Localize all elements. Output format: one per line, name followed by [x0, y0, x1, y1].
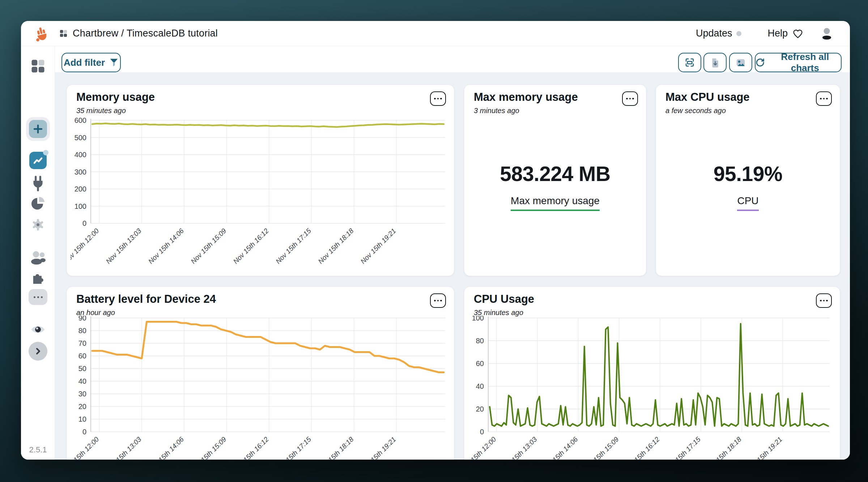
chart-card-max-cpu: Max CPU usage a few seconds ago 95.19% C…: [656, 85, 840, 276]
svg-text:500: 500: [75, 134, 86, 142]
filter-funnel-icon: [109, 58, 119, 67]
svg-text:Nov 15th 18:18: Nov 15th 18:18: [705, 435, 743, 460]
kpi-label: CPU: [737, 195, 758, 211]
grid-icon: [59, 29, 68, 38]
help-link[interactable]: Help: [767, 28, 804, 39]
chart-updated: 35 minutes ago: [76, 107, 126, 115]
grid-dashboard-icon: [30, 59, 46, 74]
sidebar-item-create-chart[interactable]: [21, 117, 55, 141]
memory-usage-chart: Nov 15th 12:00Nov 15th 13:03Nov 15th 14:…: [71, 117, 450, 277]
sidebar-item-reports[interactable]: [21, 196, 55, 212]
chart-menu-button[interactable]: [430, 91, 446, 106]
export-image-button[interactable]: [729, 53, 752, 72]
svg-text:600: 600: [75, 117, 86, 124]
cpu-usage-chart: Nov 15th 12:00Nov 15th 13:03Nov 15th 14:…: [468, 316, 835, 460]
chart-card-battery: Battery level for Device 24 an hour ago …: [67, 287, 454, 460]
heart-icon: [792, 28, 804, 39]
chart-card-cpu: CPU Usage 35 minutes ago Nov 15th 12:00N…: [464, 287, 840, 460]
svg-text:Nov 15th 19:21: Nov 15th 19:21: [745, 435, 784, 460]
svg-text:Nov 15th 13:03: Nov 15th 13:03: [105, 227, 143, 265]
sidebar-item-chart-active[interactable]: [21, 152, 55, 169]
svg-text:Nov 15th 15:09: Nov 15th 15:09: [189, 435, 227, 460]
updates-label: Updates: [696, 28, 732, 39]
svg-text:70: 70: [78, 339, 86, 347]
svg-text:10: 10: [78, 415, 86, 423]
svg-text:90: 90: [78, 316, 86, 322]
svg-text:Nov 15th 15:09: Nov 15th 15:09: [189, 227, 227, 265]
chart-title: Max memory usage: [474, 91, 578, 104]
file-download-icon: [710, 57, 720, 68]
svg-text:100: 100: [472, 316, 484, 322]
sidebar-item-team[interactable]: [21, 249, 55, 265]
svg-text:60: 60: [476, 360, 484, 367]
kpi-label: Max memory usage: [511, 195, 600, 211]
left-sidebar: 2.5.1: [21, 46, 55, 460]
add-filter-button[interactable]: Add filter: [61, 53, 121, 72]
svg-text:60: 60: [78, 352, 86, 360]
sidebar-item-more[interactable]: [21, 289, 55, 305]
svg-text:100: 100: [75, 202, 86, 210]
refresh-icon: [756, 57, 765, 68]
app-window: Chartbrew / TimescaleDB tutorial Updates…: [21, 21, 850, 460]
svg-text:Nov 15th 19:21: Nov 15th 19:21: [359, 227, 397, 265]
sidebar-item-dashboards[interactable]: [21, 59, 55, 74]
download-report-button[interactable]: [703, 53, 727, 72]
updates-dot-badge: [736, 31, 741, 36]
svg-text:0: 0: [480, 428, 484, 436]
svg-text:Nov 15th 17:15: Nov 15th 17:15: [274, 435, 312, 460]
svg-text:200: 200: [75, 185, 86, 193]
chevron-right-icon: [34, 347, 42, 356]
sidebar-item-visibility[interactable]: [21, 322, 55, 337]
svg-text:Nov 15th 12:00: Nov 15th 12:00: [71, 435, 101, 460]
puzzle-icon: [30, 270, 46, 285]
breadcrumb[interactable]: Chartbrew / TimescaleDB tutorial: [59, 28, 218, 39]
sidebar-collapse-button[interactable]: [21, 342, 55, 361]
svg-text:400: 400: [75, 151, 86, 159]
sidebar-item-connections[interactable]: [21, 176, 55, 191]
svg-text:0: 0: [82, 219, 86, 227]
updates-link[interactable]: Updates: [696, 28, 742, 39]
print-button[interactable]: [678, 53, 701, 72]
svg-text:Nov 15th 16:12: Nov 15th 16:12: [232, 227, 270, 265]
line-chart-icon: [32, 154, 44, 167]
help-label: Help: [767, 28, 788, 39]
svg-text:Nov 15th 19:21: Nov 15th 19:21: [359, 435, 397, 460]
svg-text:20: 20: [476, 405, 484, 413]
user-avatar[interactable]: [820, 26, 834, 41]
app-version: 2.5.1: [21, 445, 55, 455]
svg-text:Nov 15th 14:06: Nov 15th 14:06: [541, 435, 579, 460]
top-header: Chartbrew / TimescaleDB tutorial Updates…: [21, 21, 850, 46]
chart-card-memory: Memory usage 35 minutes ago Nov 15th 12:…: [67, 85, 454, 276]
kpi-value: 583.224 MB: [500, 162, 610, 186]
svg-text:Nov 15th 18:18: Nov 15th 18:18: [317, 435, 355, 460]
plug-icon: [30, 176, 46, 191]
chart-title: Battery level for Device 24: [76, 293, 216, 306]
chart-menu-button[interactable]: [816, 293, 832, 308]
sidebar-item-settings[interactable]: [21, 217, 55, 233]
svg-text:Nov 15th 13:03: Nov 15th 13:03: [105, 435, 143, 460]
svg-text:Nov 15th 17:15: Nov 15th 17:15: [274, 227, 312, 265]
refresh-all-charts-button[interactable]: Refresh all charts: [755, 53, 842, 72]
pie-chart-icon: [30, 196, 46, 212]
svg-text:30: 30: [78, 390, 86, 398]
chart-title: CPU Usage: [474, 293, 534, 306]
svg-text:300: 300: [75, 168, 86, 176]
chart-menu-button[interactable]: [430, 293, 446, 308]
svg-text:Nov 15th 14:06: Nov 15th 14:06: [147, 227, 185, 265]
image-icon: [735, 57, 746, 68]
notification-dot: [43, 150, 48, 155]
eye-icon: [30, 322, 46, 337]
chart-menu-button[interactable]: [816, 91, 832, 106]
chartbrew-logo-icon[interactable]: [33, 25, 50, 42]
svg-text:Nov 15th 17:15: Nov 15th 17:15: [664, 435, 702, 460]
chart-title: Memory usage: [76, 91, 155, 104]
chart-menu-button[interactable]: [622, 91, 638, 106]
svg-text:Nov 15th 16:12: Nov 15th 16:12: [623, 435, 661, 460]
plus-icon: [33, 124, 43, 134]
svg-text:50: 50: [78, 365, 86, 373]
add-filter-label: Add filter: [64, 57, 105, 68]
svg-text:Nov 15th 14:06: Nov 15th 14:06: [147, 435, 185, 460]
dashboard-toolbar: Add filter: [55, 46, 850, 72]
chart-card-max-memory: Max memory usage 3 minutes ago 583.224 M…: [464, 85, 646, 276]
sidebar-item-integrations[interactable]: [21, 270, 55, 285]
